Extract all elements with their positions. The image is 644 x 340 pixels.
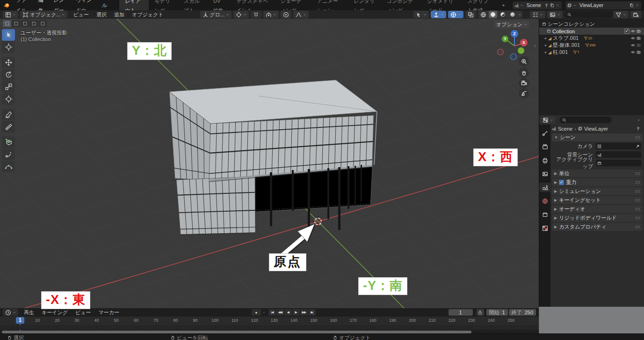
- timeline-menu-2[interactable]: ビュー: [72, 309, 95, 316]
- viewport-menu-1[interactable]: 選択: [93, 11, 110, 18]
- panel-grip[interactable]: [635, 207, 640, 211]
- mode-dropdown[interactable]: オブジェク...: [20, 11, 67, 18]
- panel-単位[interactable]: ▶単位: [552, 170, 643, 177]
- next-keyframe-button[interactable]: ▶▶: [300, 309, 308, 316]
- proportional-falloff-dropdown[interactable]: [293, 11, 309, 18]
- new-scene-icon[interactable]: [550, 3, 554, 7]
- outliner-search-input[interactable]: [564, 11, 613, 18]
- use-preview-range-button[interactable]: [477, 309, 484, 316]
- rotate-tool[interactable]: [2, 69, 15, 81]
- tab-world[interactable]: [539, 196, 550, 206]
- scene-selector[interactable]: Scene: [513, 1, 562, 9]
- snap-toggle[interactable]: [251, 11, 261, 18]
- overlays-toggle[interactable]: [448, 11, 463, 18]
- expand-arrow-icon[interactable]: ▸: [545, 50, 547, 54]
- panel-scene[interactable]: ▼ シーン: [552, 133, 643, 141]
- panel-重力[interactable]: ▶✓重力: [552, 178, 643, 186]
- panel-grip[interactable]: [635, 136, 640, 139]
- camera-view-button[interactable]: [519, 78, 529, 88]
- shading-wireframe-button[interactable]: [479, 11, 487, 18]
- select-mode-extend-button[interactable]: [12, 20, 20, 27]
- expand-arrow-icon[interactable]: ▸: [545, 36, 547, 40]
- annotate-tool[interactable]: [2, 109, 15, 120]
- close-icon[interactable]: [635, 3, 639, 7]
- viewlayer-selector[interactable]: ViewLayer: [565, 1, 641, 9]
- outliner-row-object[interactable]: ▸◢柱.0017: [539, 49, 644, 56]
- gravity-checkbox[interactable]: ✓: [559, 180, 564, 185]
- new-collection-button[interactable]: [630, 11, 641, 18]
- frame-start-field[interactable]: 開始 1: [486, 309, 508, 316]
- editor-type-button[interactable]: [3, 11, 18, 18]
- transform-tool[interactable]: [2, 93, 15, 105]
- tab-texture[interactable]: [539, 223, 550, 233]
- timeline-ruler[interactable]: 1 10203040506070809010011012013014015016…: [0, 317, 539, 325]
- navigation-gizmo[interactable]: ZYX: [494, 27, 536, 64]
- playhead-frame-chip[interactable]: 1: [16, 317, 24, 324]
- blend-tool[interactable]: [2, 148, 15, 160]
- measure-tool[interactable]: [2, 121, 15, 133]
- outliner-filter-display[interactable]: [547, 11, 563, 18]
- panel-grip[interactable]: [635, 190, 640, 193]
- breadcrumb-viewlayer[interactable]: ViewLayer: [584, 126, 608, 132]
- outliner-filter-button[interactable]: [613, 11, 629, 18]
- tab-scene[interactable]: [539, 183, 550, 192]
- play-button[interactable]: ▶: [292, 309, 300, 316]
- hide-viewport-icon[interactable]: [631, 29, 635, 33]
- panel-カスタムプロパティ[interactable]: ▶カスタムプロパティ: [552, 223, 643, 231]
- panel-シミュレーション[interactable]: ▶シミュレーション: [552, 187, 643, 195]
- panel-キーイングセット[interactable]: ▶キーイングセット: [552, 196, 643, 204]
- outliner-row-object[interactable]: ▸◢壁-躯体.001396: [539, 42, 644, 49]
- timeline-menu-3[interactable]: マーカー: [95, 309, 123, 316]
- frame-end-field[interactable]: 終了 250: [509, 309, 536, 316]
- perspective-toggle-button[interactable]: [519, 88, 529, 98]
- tab-output[interactable]: [539, 155, 550, 165]
- disable-render-icon[interactable]: [637, 43, 641, 47]
- panel-オーディオ[interactable]: ▶オーディオ: [552, 205, 643, 213]
- blender-logo-icon[interactable]: [4, 2, 10, 8]
- viewport-menu-2[interactable]: 追加: [110, 11, 128, 18]
- panel-grip[interactable]: [635, 181, 640, 184]
- tab-render[interactable]: [539, 142, 550, 151]
- disable-render-icon[interactable]: [637, 50, 641, 54]
- hide-viewport-icon[interactable]: [631, 36, 635, 40]
- viewport-menu-0[interactable]: ビュー: [69, 11, 93, 18]
- shading-solid-button[interactable]: [489, 11, 497, 18]
- panel-grip[interactable]: [635, 199, 640, 202]
- panel-リジッドボディワールド[interactable]: ▶リジッドボディワールド: [552, 214, 643, 222]
- select-mode-subtract-button[interactable]: [21, 20, 29, 27]
- xray-toggle[interactable]: [465, 11, 476, 18]
- transform-orientation-dropdown[interactable]: グロ...: [200, 11, 232, 18]
- outliner-display-mode[interactable]: [530, 11, 545, 18]
- panel-grip[interactable]: [635, 225, 640, 229]
- add-workspace-button[interactable]: +: [498, 2, 508, 8]
- panel-grip[interactable]: [635, 172, 640, 175]
- field-input-2[interactable]: [596, 160, 641, 166]
- field-input-1[interactable]: [596, 151, 641, 158]
- selectability-dropdown[interactable]: [413, 11, 429, 18]
- proportional-edit-toggle[interactable]: [281, 11, 291, 18]
- properties-editor-type[interactable]: [540, 116, 556, 124]
- timeline-channels[interactable]: [0, 325, 539, 330]
- timeline-menu-0[interactable]: 再生: [20, 309, 38, 316]
- field-input-0[interactable]: [596, 143, 641, 149]
- cursor-tool[interactable]: [2, 41, 15, 53]
- select-mode-new-button[interactable]: [3, 20, 11, 27]
- auto-keying-button[interactable]: ●: [252, 309, 261, 316]
- panel-grip[interactable]: [635, 216, 640, 220]
- chevron-down-icon[interactable]: [637, 118, 640, 122]
- add-cube-tool[interactable]: [2, 136, 15, 148]
- jump-start-button[interactable]: |◀: [268, 309, 276, 316]
- new-viewlayer-icon[interactable]: [630, 3, 634, 7]
- jump-end-button[interactable]: ▶|: [308, 309, 316, 316]
- pin-icon[interactable]: [544, 3, 549, 7]
- select-box-tool[interactable]: [2, 29, 15, 41]
- current-frame-field[interactable]: 1: [449, 309, 473, 316]
- timeline-editor-type[interactable]: [3, 309, 18, 316]
- pivot-point-dropdown[interactable]: [233, 11, 249, 18]
- expand-arrow-icon[interactable]: ▸: [545, 43, 547, 47]
- tab-viewlayer[interactable]: [539, 169, 550, 178]
- breadcrumb-scene[interactable]: Scene: [558, 126, 572, 132]
- properties-search-input[interactable]: [559, 117, 612, 123]
- prev-keyframe-button[interactable]: ◀◀: [276, 309, 284, 316]
- shading-material-button[interactable]: [499, 11, 507, 18]
